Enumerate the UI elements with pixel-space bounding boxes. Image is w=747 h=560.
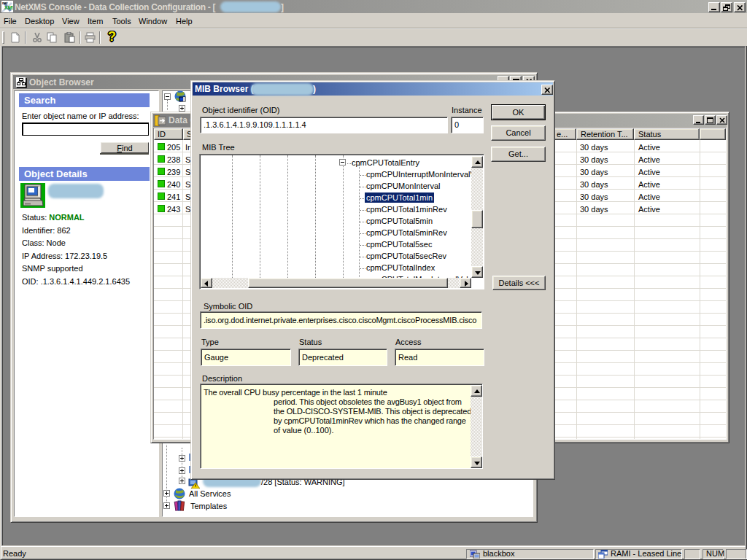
svg-text:XMS: XMS <box>4 5 13 10</box>
